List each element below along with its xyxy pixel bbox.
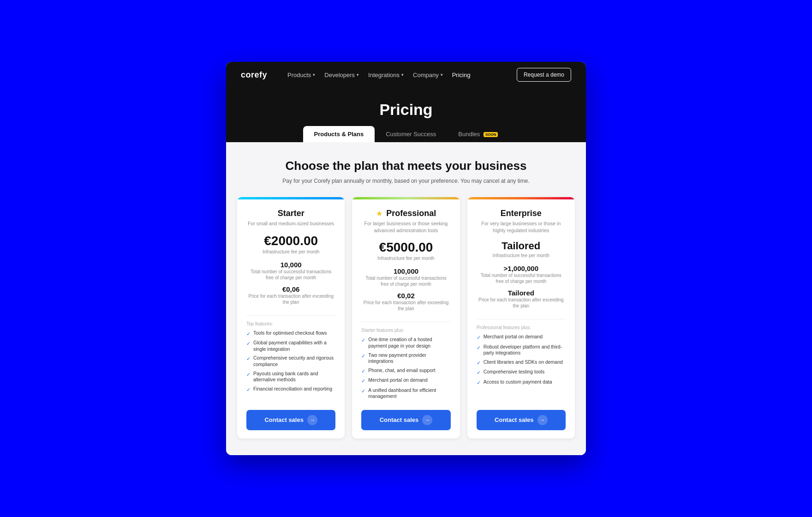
navbar: corefy Products ▾ Developers ▾ Integrati…: [226, 62, 586, 88]
plan-stat-fee-professional: €0,02 Price for each transaction after e…: [361, 292, 450, 312]
plan-card-enterprise: Enterprise For very large businesses or …: [467, 197, 575, 439]
check-icon: ✓: [361, 337, 365, 343]
feature-starter-4: ✓ Financial reconciliation and reporting: [246, 386, 335, 393]
chevron-down-icon: ▾: [313, 72, 315, 77]
nav-item-integrations[interactable]: Integrations ▾: [368, 72, 404, 78]
soon-badge: SOON: [484, 132, 498, 137]
divider-professional: [361, 322, 450, 322]
plan-price-professional: €5000.00: [361, 240, 450, 255]
chevron-down-icon: ▾: [441, 72, 443, 77]
nav-item-company[interactable]: Company ▾: [413, 72, 443, 78]
plan-price-starter: €2000.00: [246, 234, 335, 248]
nav-item-products[interactable]: Products ▾: [287, 72, 315, 78]
tab-products-plans[interactable]: Products & Plans: [303, 126, 375, 142]
main-window: corefy Products ▾ Developers ▾ Integrati…: [226, 62, 586, 455]
plan-price-label-enterprise: Infrastructure fee per month: [477, 253, 566, 258]
features-label-enterprise: Professional features plus:: [477, 325, 566, 330]
plan-desc-professional: For larger businesses or those seeking a…: [361, 220, 450, 234]
plan-stat-fee-starter: €0,06 Price for each transaction after e…: [246, 285, 335, 305]
logo[interactable]: corefy: [241, 70, 267, 80]
check-icon: ✓: [477, 360, 481, 366]
plan-footer-starter: Contact sales →: [237, 410, 345, 439]
tab-bundles[interactable]: Bundles SOON: [447, 126, 509, 142]
plan-body-enterprise: Enterprise For very large businesses or …: [467, 199, 575, 410]
feature-starter-1: ✓ Global payment capabilities with a sin…: [246, 340, 335, 352]
page-title: Pricing: [235, 101, 577, 119]
plan-name-starter: Starter: [246, 209, 335, 218]
plan-name-enterprise: Enterprise: [477, 209, 566, 218]
contact-sales-button-starter[interactable]: Contact sales →: [246, 410, 335, 430]
check-icon: ✓: [246, 386, 251, 393]
feature-starter-2: ✓ Comprehensive security and rigorous co…: [246, 355, 335, 367]
check-icon: ✓: [246, 355, 251, 362]
nav-item-pricing[interactable]: Pricing: [452, 72, 471, 78]
contact-sales-button-enterprise[interactable]: Contact sales →: [477, 410, 566, 430]
feature-starter-3: ✓ Payouts using bank cards and alternati…: [246, 371, 335, 383]
nav-item-developers[interactable]: Developers ▾: [324, 72, 359, 78]
check-icon: ✓: [477, 369, 481, 376]
tabs-bar: Products & Plans Customer Success Bundle…: [235, 126, 577, 142]
feature-ent-0: ✓ Merchant portal on demand: [477, 334, 566, 341]
feature-pro-3: ✓ Merchant portal on demand: [361, 377, 450, 384]
plan-stat-desc-starter-1: Price for each transaction after exceedi…: [246, 293, 335, 305]
plan-body-professional: ★ Professional For larger businesses or …: [352, 199, 460, 410]
check-icon: ✓: [361, 368, 365, 374]
feature-ent-2: ✓ Client libraries and SDKs on demand: [477, 359, 566, 366]
plan-stat-transactions-professional: 100,000 Total number of successful trans…: [361, 267, 450, 287]
section-subtitle: Pay for your Corefy plan annually or mon…: [237, 178, 575, 184]
plan-name-professional: Professional: [386, 209, 436, 218]
content-area: Choose the plan that meets your business…: [226, 142, 586, 455]
plan-footer-professional: Contact sales →: [352, 410, 460, 439]
feature-pro-0: ✓ One-time creation of a hosted payment …: [361, 337, 450, 349]
plan-stat-desc-starter-0: Total number of successful transactionsf…: [246, 269, 335, 281]
section-title: Choose the plan that meets your business: [237, 159, 575, 173]
feature-pro-2: ✓ Phone, chat, and email support: [361, 367, 450, 374]
feature-pro-1: ✓ Two new payment provider integrations: [361, 352, 450, 365]
check-icon: ✓: [246, 371, 251, 378]
feature-ent-3: ✓ Comprehensive testing tools: [477, 369, 566, 376]
feature-starter-0: ✓ Tools for optimised checkout flows: [246, 330, 335, 337]
check-icon: ✓: [361, 388, 365, 394]
check-icon: ✓: [246, 331, 251, 337]
contact-sales-button-professional[interactable]: Contact sales →: [361, 410, 450, 430]
plan-stat-fee-enterprise: Tailored Price for each transaction afte…: [477, 289, 566, 309]
check-icon: ✓: [361, 353, 365, 359]
plans-grid: Starter For small and medium-sized busin…: [237, 197, 575, 439]
plan-price-label-professional: Infrastructure fee per month: [361, 256, 450, 261]
arrow-right-icon: →: [307, 415, 317, 425]
plan-body-starter: Starter For small and medium-sized busin…: [237, 199, 345, 410]
plan-stat-transactions-enterprise: >1,000,000 Total number of successful tr…: [477, 265, 566, 284]
chevron-down-icon: ▾: [401, 72, 404, 77]
arrow-right-icon: →: [537, 415, 548, 425]
features-label-starter: Top features:: [246, 321, 335, 326]
plan-stat-desc-pro-0: Total number of successful transactionsf…: [361, 275, 450, 287]
star-icon: ★: [376, 210, 382, 217]
tab-customer-success[interactable]: Customer Success: [375, 126, 447, 142]
hero-section: Pricing Products & Plans Customer Succes…: [226, 88, 586, 142]
plan-stat-desc-pro-1: Price for each transaction after exceedi…: [361, 300, 450, 312]
feature-pro-4: ✓ A unified dashboard for efficient mana…: [361, 387, 450, 400]
plan-price-label-starter: Infrastructure fee per month: [246, 249, 335, 254]
features-label-professional: Starter features plus:: [361, 328, 450, 333]
chevron-down-icon: ▾: [357, 72, 359, 77]
check-icon: ✓: [246, 340, 251, 347]
plan-footer-enterprise: Contact sales →: [467, 410, 575, 439]
check-icon: ✓: [477, 344, 481, 351]
plan-desc-enterprise: For very large businesses or those in hi…: [477, 220, 566, 234]
plan-card-professional: ★ Professional For larger businesses or …: [352, 197, 460, 439]
plan-price-enterprise: Tailored: [477, 240, 566, 252]
plan-card-starter: Starter For small and medium-sized busin…: [237, 197, 345, 439]
nav-items: Products ▾ Developers ▾ Integrations ▾ C…: [287, 72, 504, 78]
plan-desc-starter: For small and medium-sized businesses: [246, 220, 335, 227]
plan-stat-desc-ent-0: Total number of successful transactionsf…: [477, 272, 566, 284]
plan-stat-transactions-starter: 10,000 Total number of successful transa…: [246, 261, 335, 281]
check-icon: ✓: [361, 378, 365, 384]
divider-starter: [246, 315, 335, 316]
feature-ent-1: ✓ Robust developer platform and third-pa…: [477, 344, 566, 356]
request-demo-button[interactable]: Request a demo: [517, 68, 571, 82]
plan-name-row-professional: ★ Professional: [361, 209, 450, 218]
feature-ent-4: ✓ Access to custom payment data: [477, 379, 566, 386]
check-icon: ✓: [477, 379, 481, 386]
divider-enterprise: [477, 319, 566, 319]
plan-stat-desc-ent-1: Price for each transaction after exceedi…: [477, 297, 566, 309]
